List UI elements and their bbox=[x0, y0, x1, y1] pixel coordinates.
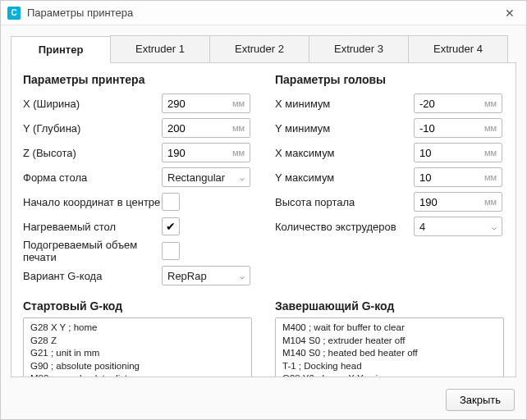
origin-center-label: Начало координат в центре bbox=[23, 196, 162, 208]
y-min-input[interactable]: мм bbox=[414, 118, 502, 138]
printer-params-section: Параметры принтера X (Ширина) мм Y (Глуб… bbox=[23, 73, 252, 288]
chevron-down-icon: ⌵ bbox=[240, 173, 245, 182]
x-max-input[interactable]: мм bbox=[414, 143, 502, 162]
heated-bed-label: Нагреваемый стол bbox=[23, 221, 162, 233]
start-gcode-title: Стартовый G-код bbox=[23, 299, 252, 313]
extruder-count-label: Количество экструдеров bbox=[275, 221, 414, 233]
tab-printer[interactable]: Принтер bbox=[11, 36, 111, 63]
end-gcode-textarea[interactable]: M400 ; wait for buffer to clear M104 S0 … bbox=[275, 317, 504, 377]
heated-volume-checkbox[interactable] bbox=[162, 242, 180, 260]
head-params-title: Параметры головы bbox=[275, 73, 504, 86]
close-icon[interactable]: ✕ bbox=[500, 7, 520, 20]
x-min-input[interactable]: мм bbox=[414, 94, 502, 113]
y-depth-input[interactable]: мм bbox=[162, 118, 250, 138]
tab-content: Параметры принтера X (Ширина) мм Y (Глуб… bbox=[11, 63, 516, 377]
tab-extruder-4[interactable]: Extruder 4 bbox=[408, 35, 508, 62]
gantry-height-label: Высота портала bbox=[275, 196, 414, 208]
z-height-label: Z (Высота) bbox=[23, 147, 162, 159]
head-params-section: Параметры головы X минимум мм Y минимум … bbox=[275, 73, 504, 288]
y-depth-label: Y (Глубина) bbox=[23, 122, 162, 135]
dialog-footer: Закрыть bbox=[1, 384, 526, 419]
x-min-label: X минимум bbox=[275, 98, 414, 110]
heated-bed-checkbox[interactable] bbox=[162, 217, 180, 235]
chevron-down-icon: ⌵ bbox=[240, 272, 245, 281]
z-height-input[interactable]: мм bbox=[162, 143, 250, 162]
end-gcode-title: Завершающий G-код bbox=[275, 299, 504, 313]
gcode-flavor-select[interactable]: RepRap ⌵ bbox=[162, 266, 250, 285]
bed-shape-label: Форма стола bbox=[23, 171, 162, 184]
tab-extruder-3[interactable]: Extruder 3 bbox=[309, 35, 409, 62]
extruder-count-select[interactable]: 4 ⌵ bbox=[414, 217, 502, 236]
window-title: Параметры принтера bbox=[27, 7, 500, 19]
origin-center-checkbox[interactable] bbox=[162, 193, 180, 211]
titlebar: C Параметры принтера ✕ bbox=[1, 1, 526, 25]
printer-params-title: Параметры принтера bbox=[23, 73, 252, 86]
app-icon: C bbox=[7, 7, 21, 20]
x-width-label: X (Ширина) bbox=[23, 98, 162, 110]
tab-extruder-2[interactable]: Extruder 2 bbox=[209, 35, 309, 62]
close-button[interactable]: Закрыть bbox=[446, 389, 515, 411]
tab-bar: Принтер Extruder 1 Extruder 2 Extruder 3… bbox=[11, 35, 516, 63]
x-max-label: X максимум bbox=[275, 147, 414, 159]
y-min-label: Y минимум bbox=[275, 122, 414, 135]
bed-shape-select[interactable]: Rectangular ⌵ bbox=[162, 167, 250, 187]
x-width-input[interactable]: мм bbox=[162, 94, 250, 113]
gantry-height-input[interactable]: мм bbox=[414, 192, 502, 212]
tab-extruder-1[interactable]: Extruder 1 bbox=[110, 35, 210, 62]
gcode-flavor-label: Вариант G-кода bbox=[23, 270, 162, 282]
start-gcode-textarea[interactable]: G28 X Y ; home G28 Z G21 ; unit in mm G9… bbox=[23, 317, 252, 377]
chevron-down-icon: ⌵ bbox=[492, 222, 497, 231]
y-max-input[interactable]: мм bbox=[414, 167, 502, 187]
y-max-label: Y максимум bbox=[275, 171, 414, 184]
dialog-window: C Параметры принтера ✕ Принтер Extruder … bbox=[0, 0, 527, 420]
heated-volume-label: Подогреваемый объем печати bbox=[23, 239, 162, 263]
